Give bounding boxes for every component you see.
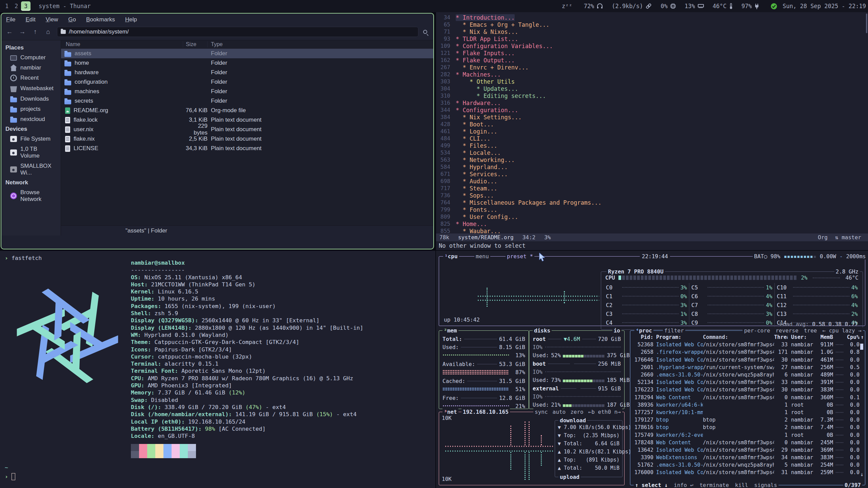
footer-action[interactable]: kill bbox=[735, 482, 748, 488]
file-row[interactable]: flake.nix 2,5 KiB Plain text document bbox=[61, 134, 433, 144]
emacs-scrollbar[interactable] bbox=[866, 14, 867, 33]
org-heading[interactable]: 671 * Services... bbox=[436, 170, 868, 178]
sidebar-item-projects[interactable]: projects bbox=[1, 104, 61, 114]
process-scrollbar-thumb[interactable] bbox=[860, 344, 863, 350]
org-heading[interactable]: 384 * Nix Settings... bbox=[436, 114, 868, 121]
sidebar-item-recent[interactable]: Recent bbox=[1, 73, 61, 83]
search-icon[interactable] bbox=[423, 30, 427, 34]
process-control[interactable]: tree bbox=[804, 327, 817, 334]
back-button[interactable]: ← bbox=[5, 28, 14, 36]
sidebar-item-nextcloud[interactable]: nextcloud bbox=[1, 114, 61, 124]
sidebar-item-file-system[interactable]: File System bbox=[1, 134, 61, 144]
tray-item[interactable]: 72% bbox=[584, 3, 603, 9]
tray-item[interactable]: 0% bbox=[660, 3, 675, 9]
org-heading[interactable]: 484 * CLI... bbox=[436, 135, 868, 142]
sidebar-item-wastebasket[interactable]: Wastebasket bbox=[1, 83, 61, 94]
org-heading[interactable]: 34 * Introduction... bbox=[436, 14, 868, 21]
file-row[interactable]: hardware Folder bbox=[61, 68, 433, 77]
org-heading[interactable]: 534 * Locale... bbox=[436, 149, 868, 156]
org-heading[interactable]: 303 * Other Utils bbox=[436, 78, 868, 85]
sidebar-item-1-0-tb-volume[interactable]: 1,0 TB Volume bbox=[1, 144, 61, 161]
menu-item[interactable]: File bbox=[6, 16, 15, 23]
scroll-down-icon[interactable]: ↓ bbox=[860, 471, 864, 477]
process-row[interactable]: 176000 Isolated Web Co /nix/store/sm8fmr… bbox=[630, 469, 865, 476]
process-row[interactable]: 13642 Isolated Web Co /nix/store/sm8fmrf… bbox=[630, 446, 865, 454]
org-heading[interactable]: 267 * Envrc + Direnv... bbox=[436, 64, 868, 71]
process-row[interactable]: 179127 btop btop 2 nambiar 7.3M 0.0 bbox=[630, 416, 865, 424]
network-box-title[interactable]: ³net bbox=[442, 409, 458, 415]
footer-action[interactable]: ↑ select ↓ bbox=[635, 482, 668, 488]
column-name[interactable]: Name bbox=[61, 41, 183, 47]
file-row[interactable]: configuration Folder bbox=[61, 77, 433, 87]
up-button[interactable]: ↑ bbox=[31, 28, 39, 36]
org-heading[interactable]: 799 * Fonts... bbox=[436, 206, 868, 213]
footer-action[interactable]: terminate bbox=[699, 482, 729, 488]
org-heading[interactable]: 310 * Editing secrets... bbox=[436, 92, 868, 99]
menu-item[interactable]: Go bbox=[68, 16, 76, 23]
major-mode[interactable]: Org bbox=[818, 234, 828, 241]
org-heading[interactable]: 809 * User Config... bbox=[436, 213, 868, 220]
tray-item[interactable]: 97% bbox=[742, 3, 760, 9]
file-row[interactable]: user.nix 229 bytes Plain text document bbox=[61, 125, 433, 134]
menu-button[interactable]: menu bbox=[474, 253, 490, 260]
org-heading[interactable]: 121 * Flake Inputs... bbox=[436, 49, 868, 57]
org-heading[interactable]: 162 * Flake Output... bbox=[436, 57, 868, 64]
network-control[interactable]: auto bbox=[553, 409, 566, 415]
column-size[interactable]: Size bbox=[183, 41, 208, 47]
process-row[interactable]: 2658 .firefox-wrappe /nix/store/sm8fmrf3… bbox=[630, 348, 865, 356]
process-row[interactable]: 178248 Web Content /nix/store/sm8fmrf3wp… bbox=[630, 439, 865, 446]
header-command[interactable]: Command: bbox=[703, 334, 774, 340]
org-heading[interactable]: 109 * Configuration Variables... bbox=[436, 42, 868, 49]
column-type[interactable]: Type bbox=[208, 41, 433, 47]
process-row[interactable]: 52368 Isolated Web Co /nix/store/sm8fmrf… bbox=[630, 341, 865, 348]
org-heading[interactable]: 461 * Login... bbox=[436, 128, 868, 135]
org-heading[interactable]: 93 * TLDR App List... bbox=[436, 35, 868, 42]
workspace-button[interactable]: 1 bbox=[2, 1, 12, 11]
process-row[interactable]: 51762 .emacs-31.0.50- /nix/store/wnqz5pa… bbox=[630, 461, 865, 469]
sort-arrow-icon[interactable]: ↑ bbox=[860, 334, 865, 340]
network-control[interactable]: ←b eth0 n→ bbox=[588, 409, 621, 415]
sidebar-item-computer[interactable]: Computer bbox=[1, 53, 61, 63]
process-control[interactable]: per-core bbox=[744, 327, 770, 334]
sidebar-item-smallbox-wi-[interactable]: SMALLBOX Wi... bbox=[1, 161, 61, 178]
header-pid[interactable]: Pid: bbox=[632, 334, 653, 340]
workspace-button[interactable]: 2 bbox=[12, 1, 21, 11]
process-row[interactable]: 178616 btop btop 2 nambiar 7.4M 0.0 bbox=[630, 424, 865, 431]
tray-item[interactable]: zᶻᶻ bbox=[562, 3, 575, 9]
header-mem[interactable]: MemB bbox=[817, 334, 833, 340]
preset-button[interactable]: preset * bbox=[506, 253, 534, 260]
process-row[interactable]: 52134 Isolated Web Co /nix/store/sm8fmrf… bbox=[630, 379, 865, 386]
sidebar-item-nambiar[interactable]: nambiar bbox=[1, 63, 61, 73]
process-row[interactable]: 178294 Web Content /nix/store/sm8fmrf3wp… bbox=[630, 394, 865, 401]
sidebar-item-downloads[interactable]: Downloads bbox=[1, 94, 61, 104]
file-row[interactable]: machines Folder bbox=[61, 87, 433, 96]
process-control[interactable]: ← cpu lazy → bbox=[822, 327, 862, 334]
process-row[interactable]: 2601 .Hyprland-wrapp /run/current-system… bbox=[630, 364, 865, 371]
tray-item[interactable]: 46°C bbox=[713, 3, 733, 9]
org-heading[interactable]: 698 * Audio... bbox=[436, 178, 868, 185]
org-heading[interactable]: 304 * Updates... bbox=[436, 85, 868, 92]
header-program[interactable]: Program: bbox=[653, 334, 703, 340]
process-box-title[interactable]: ⁴proc bbox=[634, 327, 653, 334]
shell-prompt[interactable]: › bbox=[5, 473, 15, 480]
menu-item[interactable]: Edit bbox=[25, 16, 35, 23]
file-row[interactable]: README.org 76,4 KiB Org-mode file bbox=[61, 106, 433, 115]
workspace-button[interactable]: 3 bbox=[21, 1, 31, 11]
home-button[interactable]: ⌂ bbox=[44, 28, 52, 36]
header-user[interactable]: User: bbox=[788, 334, 817, 340]
org-heading[interactable]: 764 * Miscellaneous Packages and Program… bbox=[436, 199, 868, 206]
org-heading[interactable]: 825 * Home... bbox=[436, 220, 868, 227]
file-row[interactable]: secrets Folder bbox=[61, 96, 433, 106]
sidebar-item-browse-network[interactable]: Browse Network bbox=[1, 187, 61, 204]
org-heading[interactable]: 717 * Steam... bbox=[436, 185, 868, 192]
file-row[interactable]: LICENSE 34,3 KiB Plain text document bbox=[61, 144, 433, 153]
network-control[interactable]: zero bbox=[570, 409, 584, 415]
process-row[interactable]: 2660 .emacs-31.0.50- /nix/store/wnqz5pa8… bbox=[630, 371, 865, 379]
filter-button[interactable]: filter bbox=[663, 327, 685, 334]
process-control[interactable]: reverse bbox=[775, 327, 798, 334]
org-heading[interactable]: 344 * Configuration... bbox=[436, 106, 868, 114]
process-row[interactable]: 176646 Isolated Web Co /nix/store/sm8fmr… bbox=[630, 356, 865, 364]
org-heading[interactable]: 584 * Hyprland... bbox=[436, 163, 868, 170]
clock[interactable]: Sun, 28 Sep 2025 - 22:19 bbox=[783, 3, 868, 9]
process-row[interactable]: 175749 kworker/6:2-even 1 root 0B 0.0 bbox=[630, 431, 865, 439]
